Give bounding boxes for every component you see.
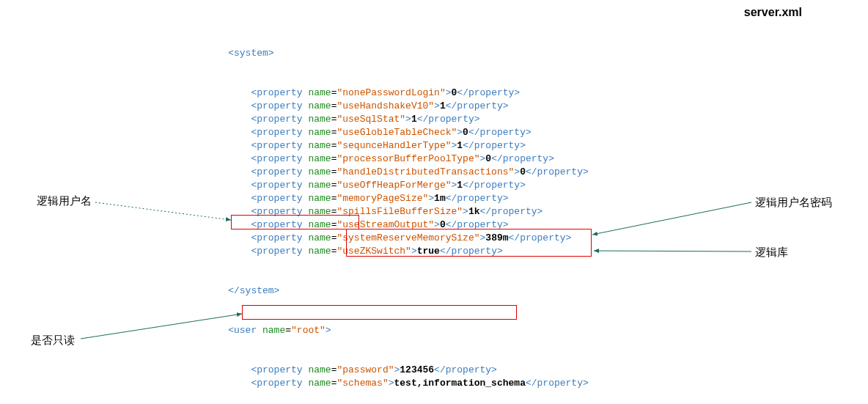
svg-line-2 [594,251,751,251]
redbox-user-root [231,215,359,229]
label-logical-database: 逻辑库 [755,246,788,260]
xml-code-block: <system> <property name="nonePasswordLog… [205,21,589,404]
svg-line-1 [592,202,751,235]
file-title: server.xml [744,6,802,19]
redbox-password-schemas [346,229,592,257]
label-logical-username-password: 逻辑用户名密码 [755,196,832,210]
label-logical-username: 逻辑用户名 [37,194,92,208]
label-readonly: 是否只读 [31,334,75,348]
redbox-readonly [242,305,517,320]
